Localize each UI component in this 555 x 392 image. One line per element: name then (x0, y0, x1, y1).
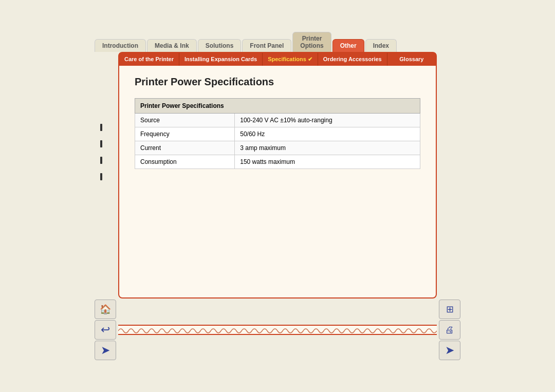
table-row: Source100-240 V AC ±10% auto-ranging (135, 114, 420, 127)
spec-value: 100-240 V AC ±10% auto-ranging (235, 114, 420, 127)
tab-media-ink[interactable]: Media & Ink (147, 39, 197, 52)
table-row: Current3 amp maximum (135, 141, 420, 155)
spec-value: 150 watts maximum (235, 155, 420, 169)
forward-button[interactable]: ➤ (439, 341, 460, 360)
subnav-installing[interactable]: Installing Expansion Cards (179, 53, 263, 66)
sub-nav: Care of the Printer Installing Expansion… (119, 53, 436, 66)
tab-front-panel[interactable]: Front Panel (242, 39, 291, 52)
table-row: Frequency50/60 Hz (135, 127, 420, 141)
tick-1 (100, 124, 102, 131)
left-margin (92, 52, 118, 298)
tick-4 (100, 173, 102, 180)
bottom-row: 🏠 ↩ ➤ ⊞ 🖨 ➤ (92, 300, 462, 360)
home-button[interactable]: 🏠 (95, 300, 116, 319)
spiral-binding (118, 325, 437, 335)
table-row: Consumption150 watts maximum (135, 155, 420, 169)
tick-2 (100, 140, 102, 147)
forward-icon: ➤ (445, 344, 454, 357)
print-icon: 🖨 (445, 325, 454, 335)
specifications-table: Printer Power Specifications Source100-2… (135, 98, 420, 169)
spec-value: 3 amp maximum (235, 141, 420, 155)
left-nav-buttons: 🏠 ↩ ➤ (92, 300, 118, 360)
home-icon: 🏠 (100, 304, 111, 315)
subnav-specifications[interactable]: Specifications ✔ (263, 53, 318, 66)
subnav-ordering[interactable]: Ordering Accessories (318, 53, 387, 66)
subnav-care[interactable]: Care of the Printer (119, 53, 179, 66)
subnav-glossary[interactable]: Glossary (387, 53, 436, 66)
tab-solutions[interactable]: Solutions (198, 39, 242, 52)
next-button[interactable]: ➤ (95, 341, 116, 360)
page-body: Printer Power Specifications Printer Pow… (119, 66, 436, 179)
tab-printer-options[interactable]: PrinterOptions (292, 32, 331, 52)
toc-button[interactable]: ⊞ (439, 300, 460, 319)
right-nav-buttons: ⊞ 🖨 ➤ (437, 300, 462, 360)
spec-label: Consumption (135, 155, 235, 169)
spec-label: Frequency (135, 127, 235, 141)
spec-label: Current (135, 141, 235, 155)
back-icon: ↩ (101, 323, 110, 337)
spec-value: 50/60 Hz (235, 127, 420, 141)
back-button[interactable]: ↩ (95, 320, 116, 340)
tab-introduction[interactable]: Introduction (95, 39, 146, 52)
tab-other[interactable]: Other (332, 39, 364, 52)
page-title: Printer Power Specifications (135, 76, 420, 88)
print-button[interactable]: 🖨 (439, 320, 460, 340)
spec-label: Source (135, 114, 235, 127)
next-icon: ➤ (101, 344, 110, 357)
main-content-area: Care of the Printer Installing Expansion… (118, 52, 437, 298)
table-header: Printer Power Specifications (135, 99, 420, 114)
top-nav: Introduction Media & Ink Solutions Front… (92, 32, 462, 52)
toc-icon: ⊞ (446, 304, 454, 315)
tick-3 (100, 157, 102, 164)
tab-index[interactable]: Index (365, 39, 397, 52)
